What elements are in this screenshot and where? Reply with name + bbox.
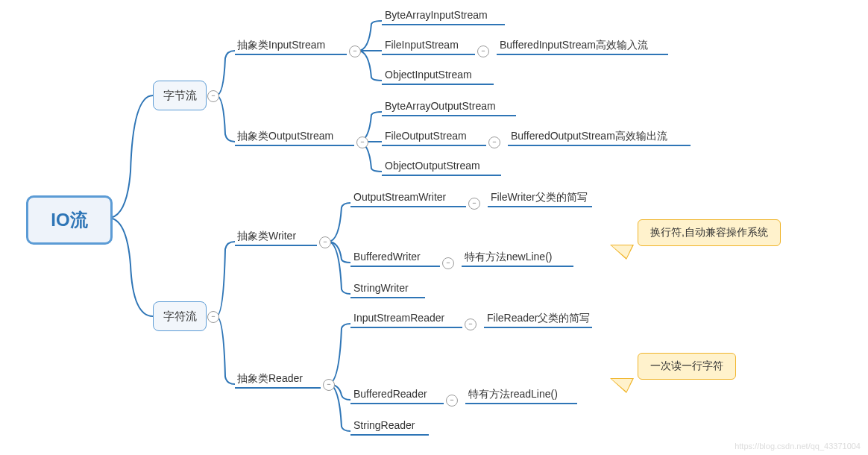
char-stream-node[interactable]: 字符流 (153, 301, 207, 331)
underline (382, 115, 516, 116)
br-label: BufferedReader (353, 388, 427, 400)
collapse-icon[interactable]: − (207, 90, 219, 102)
fw-note-label: FileWriter父类的简写 (491, 191, 588, 204)
watermark: https://blog.csdn.net/qq_43371004 (735, 442, 861, 451)
underline (382, 145, 486, 146)
inputstream-label: 抽象类InputStream (237, 39, 325, 52)
bais-label: ByteArrayInputStream (385, 9, 488, 21)
note1-text: 换行符,自动兼容操作系统 (650, 226, 768, 238)
underline (235, 245, 317, 246)
underline (350, 403, 444, 404)
isr-label: InputStreamReader (353, 312, 444, 324)
osw-label: OutputStreamWriter (353, 191, 446, 203)
sw-label: StringWriter (353, 282, 409, 294)
oos-label: ObjectOutputStream (385, 160, 480, 172)
outputstream-label: 抽象类OutputStream (237, 130, 333, 143)
bos-label: BufferedOutputStream高效输出流 (511, 130, 667, 143)
underline (350, 266, 440, 267)
note-readline: 一次读一行字符 (638, 353, 736, 380)
ois-label: ObjectInputStream (385, 69, 472, 81)
collapse-icon[interactable]: − (207, 311, 219, 323)
root-node[interactable]: IO流 (26, 195, 113, 245)
collapse-icon[interactable]: − (442, 257, 454, 269)
collapse-icon[interactable]: − (465, 318, 477, 330)
underline (235, 387, 321, 389)
baos-label: ByteArrayOutputStream (385, 100, 496, 112)
underline (382, 84, 494, 85)
underline (382, 24, 505, 25)
collapse-icon[interactable]: − (477, 46, 489, 57)
underline (350, 206, 466, 207)
bw-method-label: 特有方法newLine() (465, 251, 552, 264)
underline (350, 297, 425, 298)
collapse-icon[interactable]: − (446, 395, 458, 407)
underline (350, 434, 429, 436)
underline (462, 266, 573, 267)
note-pointer-inner (611, 379, 632, 392)
underline (484, 327, 592, 328)
underline (465, 403, 577, 404)
bis-label: BufferedInputStream高效输入流 (500, 39, 648, 52)
underline (508, 145, 691, 146)
underline (488, 206, 592, 207)
reader-label: 抽象类Reader (237, 372, 303, 386)
collapse-icon[interactable]: − (319, 236, 331, 248)
collapse-icon[interactable]: − (356, 136, 368, 148)
byte-stream-node[interactable]: 字节流 (153, 81, 207, 110)
char-stream-label: 字符流 (163, 310, 197, 324)
root-label: IO流 (51, 208, 87, 232)
note-newline: 换行符,自动兼容操作系统 (638, 219, 781, 246)
underline (382, 175, 501, 176)
br-method-label: 特有方法readLine() (468, 388, 558, 401)
underline (497, 54, 668, 55)
collapse-icon[interactable]: − (468, 198, 480, 210)
note-pointer-inner (611, 245, 632, 258)
collapse-icon[interactable]: − (349, 46, 361, 57)
fr-note-label: FileReader父类的简写 (487, 312, 590, 325)
bw-label: BufferedWriter (353, 251, 421, 263)
collapse-icon[interactable]: − (488, 136, 500, 148)
fos-label: FileOutputStream (385, 130, 467, 142)
underline (235, 54, 347, 55)
byte-stream-label: 字节流 (163, 89, 197, 103)
note2-text: 一次读一行字符 (650, 360, 723, 371)
underline (235, 145, 354, 146)
fis-label: FileInputStream (385, 39, 459, 51)
collapse-icon[interactable]: − (323, 379, 335, 391)
sr-label: StringReader (353, 419, 415, 431)
writer-label: 抽象类Writer (237, 230, 296, 243)
underline (382, 54, 475, 55)
underline (350, 327, 462, 328)
